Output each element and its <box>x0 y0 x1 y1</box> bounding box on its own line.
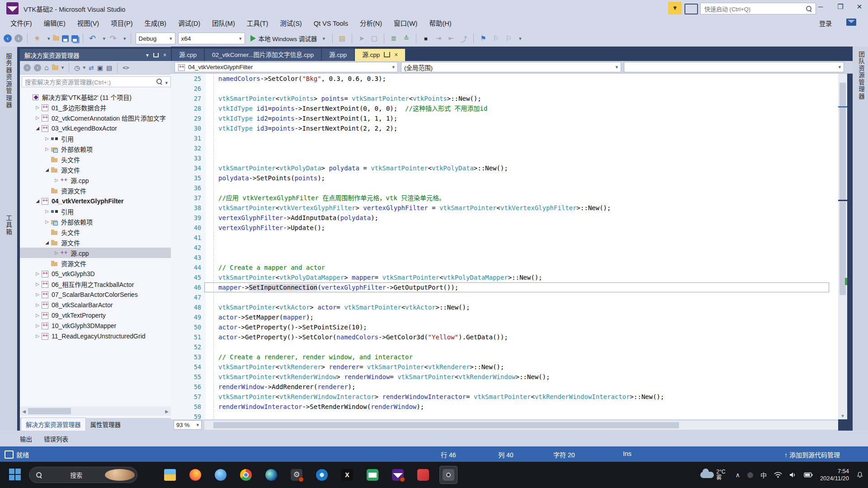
expand-icon[interactable]: ▷ <box>34 313 41 318</box>
tree-item[interactable]: 资源文件 <box>20 185 171 196</box>
notification-center-icon[interactable] <box>856 471 863 479</box>
expand-icon[interactable]: ▷ <box>34 271 41 276</box>
menu-item-文件(F)[interactable]: 文件(F) <box>5 17 38 30</box>
mail-icon[interactable] <box>846 19 856 26</box>
volume-icon[interactable] <box>789 472 797 478</box>
menu-item-Qt VS Tools[interactable]: Qt VS Tools <box>308 17 354 30</box>
document-tab-4[interactable]: 源.cpp× <box>355 49 405 61</box>
outdent-icon[interactable]: ≛ <box>401 33 411 43</box>
start-debugging-button[interactable]: 本地 Windows 调试器 ▾ <box>248 32 328 45</box>
code-line[interactable]: vertexGlyphFilter->Update(); <box>171 223 829 233</box>
tree-item[interactable]: 解决方案'VTK基础2' (11 个项目) <box>20 92 171 102</box>
tree-item[interactable]: ▷引用 <box>20 133 171 144</box>
code-line[interactable] <box>171 233 829 243</box>
navigate-forward-icon[interactable]: › <box>14 34 23 42</box>
expand-icon[interactable]: ▷ <box>34 323 41 328</box>
home-icon[interactable]: ⌂ <box>44 64 49 72</box>
tab-team-explorer[interactable]: 团队资源管理器 <box>856 51 865 100</box>
save-icon[interactable] <box>62 35 69 42</box>
solution-explorer-search-input[interactable]: 搜索解决方案资源管理器(Ctrl+;) ▾ <box>22 76 171 87</box>
collapse-all-icon[interactable]: ▣ <box>97 64 103 71</box>
tree-item[interactable]: ▷源.cpp <box>20 248 171 258</box>
code-line[interactable]: // Create a mapper and actor <box>171 263 829 272</box>
tree-item[interactable]: ▷05_vtkGlyph3D <box>20 268 171 279</box>
code-line[interactable]: renderWindowInteractor->SetRenderWindow(… <box>171 402 829 412</box>
tree-item[interactable]: ▷外部依赖项 <box>20 144 171 154</box>
feedback-filter-icon[interactable]: ▼ <box>668 2 682 14</box>
filter-caret[interactable]: ▾ <box>83 65 85 70</box>
tree-item[interactable]: ▷08_vtkScalarBarActor <box>20 300 171 310</box>
back-icon[interactable]: ‹ <box>24 64 31 71</box>
search-caret[interactable]: ▾ <box>165 80 168 85</box>
redo-dropdown-caret[interactable]: ▾ <box>123 36 126 42</box>
close-icon[interactable]: × <box>394 49 398 61</box>
menu-item-帮助(H)[interactable]: 帮助(H) <box>423 17 457 30</box>
clock[interactable]: 7:54 2024/11/20 <box>820 468 849 482</box>
code-line[interactable] <box>171 183 829 193</box>
toolbar-options-caret[interactable]: ▾ <box>519 36 522 42</box>
current-code-line[interactable]: mapper->SetInputConnection(vertexGlyphFi… <box>204 282 829 292</box>
expand-icon[interactable]: ▷ <box>43 136 51 141</box>
taskbar-app-x[interactable]: X <box>338 466 356 484</box>
code-line[interactable]: vtkIdType id2=points->InsertNextPoint(1,… <box>171 113 829 123</box>
window-position-caret-icon[interactable]: ▾ <box>146 52 149 58</box>
user-avatar[interactable] <box>105 469 135 481</box>
editor-hscrollbar[interactable] <box>204 421 838 430</box>
tree-item[interactable]: ▷07_ScalarBarActorColorSeries <box>20 289 171 300</box>
expand-icon[interactable]: ▷ <box>34 333 41 338</box>
collapse-icon[interactable]: ◢ <box>34 198 41 203</box>
tab-server-explorer[interactable]: 服务器资源管理器 <box>4 53 13 109</box>
attach-icon[interactable]: ▤ <box>337 33 347 43</box>
show-all-files-icon[interactable]: ▤ <box>106 64 112 71</box>
code-line[interactable]: actor->SetMapper(mapper); <box>171 312 829 322</box>
expand-icon[interactable]: ▷ <box>43 146 51 151</box>
navigate-back-icon[interactable]: ‹ <box>4 34 12 42</box>
edit-tool-icon[interactable]: ▢ <box>369 33 379 43</box>
code-line[interactable] <box>171 253 829 263</box>
menu-item-测试(S)[interactable]: 测试(S) <box>274 17 307 30</box>
code-line[interactable]: vtkSmartPointer<vtkRenderer> renderer= v… <box>171 362 829 372</box>
code-line[interactable] <box>171 412 829 419</box>
scrollbar-thumb[interactable] <box>840 83 846 295</box>
collapse-icon[interactable]: ◢ <box>34 126 41 131</box>
taskbar-app-cmake[interactable] <box>414 466 432 484</box>
quick-launch-input[interactable]: 快速启动 (Ctrl+Q) <box>700 3 816 14</box>
code-line[interactable]: vtkIdType id1=points->InsertNextPoint(0,… <box>171 103 829 113</box>
taskbar-app-compass[interactable] <box>313 466 331 484</box>
menu-item-工具(T)[interactable]: 工具(T) <box>241 17 274 30</box>
scrollbar-thumb[interactable] <box>28 408 71 414</box>
stop-icon[interactable]: ■ <box>421 33 431 43</box>
bookmark-prev-icon[interactable]: ⚐ <box>491 33 501 43</box>
platform-dropdown[interactable]: x64▾ <box>178 33 245 44</box>
switch-views-caret[interactable]: ▾ <box>61 65 64 70</box>
tree-item[interactable]: ▷源.cpp <box>20 175 171 185</box>
menu-item-生成(B)[interactable]: 生成(B) <box>139 17 172 30</box>
member-dropdown[interactable]: ▾ <box>624 62 844 72</box>
do-not-disturb-icon[interactable] <box>747 472 753 478</box>
redo-icon[interactable]: ↷ <box>108 33 118 43</box>
tree-item[interactable]: 资源文件 <box>20 258 171 268</box>
expand-icon[interactable]: ▷ <box>34 282 41 286</box>
start-button[interactable] <box>9 469 21 480</box>
tree-item[interactable]: ▷02_vtkCornerAnnotation 给图片添加文字 <box>20 113 171 123</box>
tree-item[interactable]: ▷11_ReadLegacyUnstructuredGrid <box>20 331 171 341</box>
sync-with-active-document-icon[interactable]: ⇄ <box>89 64 94 71</box>
tree-item[interactable]: ▷09_vtkTextProperty <box>20 310 171 320</box>
code-line[interactable] <box>171 292 829 302</box>
solution-explorer-title-bar[interactable]: 解决方案资源管理器 ▾ × <box>20 49 171 61</box>
code-line[interactable]: actor->GetProperty()->SetColor(namedColo… <box>171 332 829 342</box>
document-tab-2[interactable]: 02_vtkCorner...图片添加文字信息.cpp <box>205 49 321 61</box>
view-code-icon[interactable]: <> <box>123 65 129 71</box>
step-out-icon[interactable]: ⤴ <box>459 33 469 43</box>
code-line[interactable] <box>171 84 829 94</box>
bookmark-next-icon[interactable]: ⚐ <box>504 33 514 43</box>
scrollbar-thumb[interactable] <box>213 422 679 428</box>
code-line[interactable]: vtkSmartPointer<vtkPoints> points= vtkSm… <box>171 94 829 103</box>
maximize-button[interactable]: ❐ <box>833 0 848 14</box>
code-line[interactable]: vtkIdType id3=points->InsertNextPoint(2,… <box>171 123 829 133</box>
code-line[interactable]: vtkSmartPointer<vtkPolyData> polydata = … <box>171 163 829 173</box>
weather-widget[interactable]: 2°C雾 <box>700 469 726 481</box>
forward-icon[interactable]: › <box>34 64 41 71</box>
code-text[interactable]: namedColors->SetColor("Bkg", 0.3, 0.6, 0… <box>171 74 829 419</box>
step-over-icon[interactable]: ⇤ <box>446 33 456 43</box>
